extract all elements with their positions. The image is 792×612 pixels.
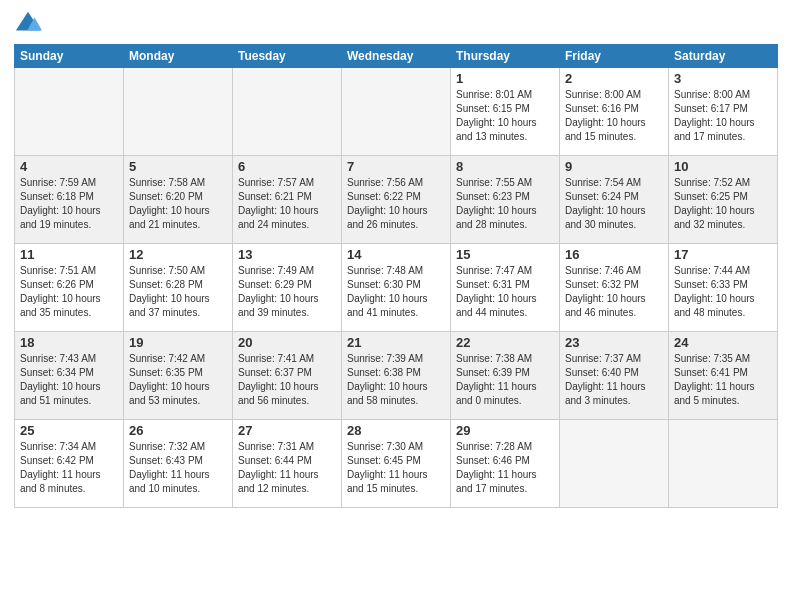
calendar-week-row: 11Sunrise: 7:51 AMSunset: 6:26 PMDayligh… xyxy=(15,244,778,332)
calendar-day-cell: 16Sunrise: 7:46 AMSunset: 6:32 PMDayligh… xyxy=(560,244,669,332)
calendar-day-cell: 10Sunrise: 7:52 AMSunset: 6:25 PMDayligh… xyxy=(669,156,778,244)
day-info: Sunrise: 8:01 AMSunset: 6:15 PMDaylight:… xyxy=(456,88,554,144)
day-info: Sunrise: 7:32 AMSunset: 6:43 PMDaylight:… xyxy=(129,440,227,496)
day-number: 4 xyxy=(20,159,118,174)
calendar-day-cell: 6Sunrise: 7:57 AMSunset: 6:21 PMDaylight… xyxy=(233,156,342,244)
day-info: Sunrise: 7:58 AMSunset: 6:20 PMDaylight:… xyxy=(129,176,227,232)
calendar-day-cell: 4Sunrise: 7:59 AMSunset: 6:18 PMDaylight… xyxy=(15,156,124,244)
day-info: Sunrise: 7:28 AMSunset: 6:46 PMDaylight:… xyxy=(456,440,554,496)
day-number: 5 xyxy=(129,159,227,174)
day-info: Sunrise: 7:38 AMSunset: 6:39 PMDaylight:… xyxy=(456,352,554,408)
day-info: Sunrise: 7:39 AMSunset: 6:38 PMDaylight:… xyxy=(347,352,445,408)
day-info: Sunrise: 7:55 AMSunset: 6:23 PMDaylight:… xyxy=(456,176,554,232)
calendar-day-cell: 7Sunrise: 7:56 AMSunset: 6:22 PMDaylight… xyxy=(342,156,451,244)
calendar-day-cell: 25Sunrise: 7:34 AMSunset: 6:42 PMDayligh… xyxy=(15,420,124,508)
day-info: Sunrise: 7:49 AMSunset: 6:29 PMDaylight:… xyxy=(238,264,336,320)
calendar-day-header: Friday xyxy=(560,45,669,68)
day-number: 29 xyxy=(456,423,554,438)
calendar-table: SundayMondayTuesdayWednesdayThursdayFrid… xyxy=(14,44,778,508)
day-number: 7 xyxy=(347,159,445,174)
day-number: 14 xyxy=(347,247,445,262)
day-number: 19 xyxy=(129,335,227,350)
calendar-week-row: 1Sunrise: 8:01 AMSunset: 6:15 PMDaylight… xyxy=(15,68,778,156)
header xyxy=(14,10,778,38)
day-info: Sunrise: 7:34 AMSunset: 6:42 PMDaylight:… xyxy=(20,440,118,496)
calendar-day-cell: 29Sunrise: 7:28 AMSunset: 6:46 PMDayligh… xyxy=(451,420,560,508)
day-info: Sunrise: 7:54 AMSunset: 6:24 PMDaylight:… xyxy=(565,176,663,232)
day-number: 20 xyxy=(238,335,336,350)
calendar-day-cell: 27Sunrise: 7:31 AMSunset: 6:44 PMDayligh… xyxy=(233,420,342,508)
day-info: Sunrise: 7:47 AMSunset: 6:31 PMDaylight:… xyxy=(456,264,554,320)
calendar-day-header: Monday xyxy=(124,45,233,68)
calendar-day-cell: 19Sunrise: 7:42 AMSunset: 6:35 PMDayligh… xyxy=(124,332,233,420)
calendar-day-cell: 14Sunrise: 7:48 AMSunset: 6:30 PMDayligh… xyxy=(342,244,451,332)
day-number: 2 xyxy=(565,71,663,86)
calendar-day-header: Sunday xyxy=(15,45,124,68)
calendar-week-row: 25Sunrise: 7:34 AMSunset: 6:42 PMDayligh… xyxy=(15,420,778,508)
calendar-day-cell xyxy=(560,420,669,508)
calendar-day-header: Saturday xyxy=(669,45,778,68)
day-info: Sunrise: 7:44 AMSunset: 6:33 PMDaylight:… xyxy=(674,264,772,320)
day-number: 23 xyxy=(565,335,663,350)
calendar-day-cell: 8Sunrise: 7:55 AMSunset: 6:23 PMDaylight… xyxy=(451,156,560,244)
day-number: 28 xyxy=(347,423,445,438)
page: SundayMondayTuesdayWednesdayThursdayFrid… xyxy=(0,0,792,612)
calendar-day-header: Thursday xyxy=(451,45,560,68)
day-number: 17 xyxy=(674,247,772,262)
calendar-day-cell: 28Sunrise: 7:30 AMSunset: 6:45 PMDayligh… xyxy=(342,420,451,508)
calendar-header-row: SundayMondayTuesdayWednesdayThursdayFrid… xyxy=(15,45,778,68)
calendar-day-cell: 2Sunrise: 8:00 AMSunset: 6:16 PMDaylight… xyxy=(560,68,669,156)
day-info: Sunrise: 7:41 AMSunset: 6:37 PMDaylight:… xyxy=(238,352,336,408)
logo-icon xyxy=(14,10,42,38)
calendar-day-cell xyxy=(669,420,778,508)
calendar-day-cell: 20Sunrise: 7:41 AMSunset: 6:37 PMDayligh… xyxy=(233,332,342,420)
day-number: 11 xyxy=(20,247,118,262)
day-info: Sunrise: 7:51 AMSunset: 6:26 PMDaylight:… xyxy=(20,264,118,320)
calendar-week-row: 18Sunrise: 7:43 AMSunset: 6:34 PMDayligh… xyxy=(15,332,778,420)
day-number: 27 xyxy=(238,423,336,438)
day-number: 16 xyxy=(565,247,663,262)
day-info: Sunrise: 7:52 AMSunset: 6:25 PMDaylight:… xyxy=(674,176,772,232)
day-info: Sunrise: 7:31 AMSunset: 6:44 PMDaylight:… xyxy=(238,440,336,496)
calendar-day-cell: 11Sunrise: 7:51 AMSunset: 6:26 PMDayligh… xyxy=(15,244,124,332)
calendar-day-cell: 12Sunrise: 7:50 AMSunset: 6:28 PMDayligh… xyxy=(124,244,233,332)
day-info: Sunrise: 7:46 AMSunset: 6:32 PMDaylight:… xyxy=(565,264,663,320)
day-info: Sunrise: 7:48 AMSunset: 6:30 PMDaylight:… xyxy=(347,264,445,320)
day-number: 3 xyxy=(674,71,772,86)
day-number: 10 xyxy=(674,159,772,174)
calendar-week-row: 4Sunrise: 7:59 AMSunset: 6:18 PMDaylight… xyxy=(15,156,778,244)
day-info: Sunrise: 7:35 AMSunset: 6:41 PMDaylight:… xyxy=(674,352,772,408)
day-info: Sunrise: 7:30 AMSunset: 6:45 PMDaylight:… xyxy=(347,440,445,496)
day-number: 24 xyxy=(674,335,772,350)
calendar-day-cell xyxy=(233,68,342,156)
calendar-day-cell: 9Sunrise: 7:54 AMSunset: 6:24 PMDaylight… xyxy=(560,156,669,244)
day-info: Sunrise: 7:57 AMSunset: 6:21 PMDaylight:… xyxy=(238,176,336,232)
calendar-day-cell: 3Sunrise: 8:00 AMSunset: 6:17 PMDaylight… xyxy=(669,68,778,156)
calendar-day-cell xyxy=(15,68,124,156)
day-number: 9 xyxy=(565,159,663,174)
day-number: 21 xyxy=(347,335,445,350)
calendar-day-cell: 22Sunrise: 7:38 AMSunset: 6:39 PMDayligh… xyxy=(451,332,560,420)
day-info: Sunrise: 7:42 AMSunset: 6:35 PMDaylight:… xyxy=(129,352,227,408)
day-number: 1 xyxy=(456,71,554,86)
calendar-day-cell: 24Sunrise: 7:35 AMSunset: 6:41 PMDayligh… xyxy=(669,332,778,420)
logo-area xyxy=(14,10,46,38)
calendar-day-cell: 13Sunrise: 7:49 AMSunset: 6:29 PMDayligh… xyxy=(233,244,342,332)
calendar-day-cell: 5Sunrise: 7:58 AMSunset: 6:20 PMDaylight… xyxy=(124,156,233,244)
day-info: Sunrise: 7:56 AMSunset: 6:22 PMDaylight:… xyxy=(347,176,445,232)
calendar-day-cell: 23Sunrise: 7:37 AMSunset: 6:40 PMDayligh… xyxy=(560,332,669,420)
calendar-day-cell xyxy=(124,68,233,156)
calendar-day-cell: 15Sunrise: 7:47 AMSunset: 6:31 PMDayligh… xyxy=(451,244,560,332)
day-number: 15 xyxy=(456,247,554,262)
day-info: Sunrise: 8:00 AMSunset: 6:17 PMDaylight:… xyxy=(674,88,772,144)
calendar-day-cell: 26Sunrise: 7:32 AMSunset: 6:43 PMDayligh… xyxy=(124,420,233,508)
day-number: 26 xyxy=(129,423,227,438)
day-number: 13 xyxy=(238,247,336,262)
day-number: 6 xyxy=(238,159,336,174)
calendar-day-cell: 17Sunrise: 7:44 AMSunset: 6:33 PMDayligh… xyxy=(669,244,778,332)
calendar-day-cell: 21Sunrise: 7:39 AMSunset: 6:38 PMDayligh… xyxy=(342,332,451,420)
day-number: 12 xyxy=(129,247,227,262)
day-info: Sunrise: 7:59 AMSunset: 6:18 PMDaylight:… xyxy=(20,176,118,232)
calendar-day-header: Wednesday xyxy=(342,45,451,68)
day-number: 22 xyxy=(456,335,554,350)
